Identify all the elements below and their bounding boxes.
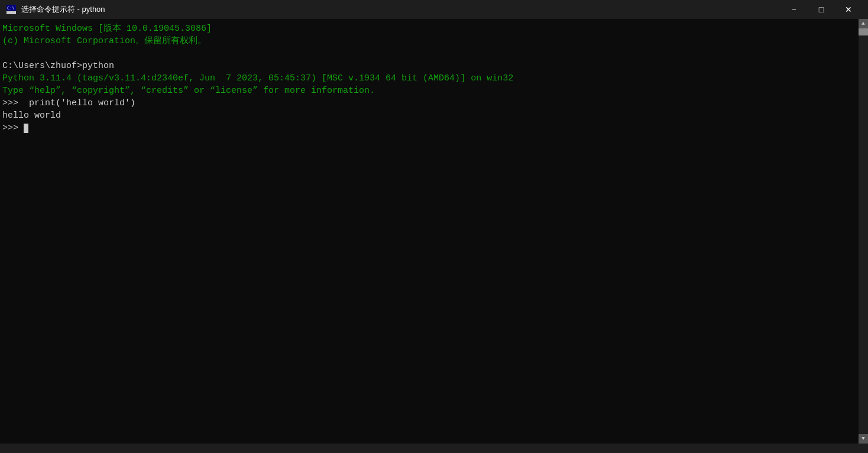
svg-rect-3 <box>7 11 16 14</box>
scrollbar-horizontal[interactable] <box>0 444 868 453</box>
svg-text:C:\: C:\ <box>7 6 15 11</box>
scrollbar-thumb[interactable] <box>859 28 868 35</box>
content-area: Microsoft Windows [版本 10.0.19045.3086] (… <box>0 19 868 444</box>
close-button[interactable]: ✕ <box>835 0 862 19</box>
terminal-output[interactable]: Microsoft Windows [版本 10.0.19045.3086] (… <box>0 19 859 444</box>
terminal-line: (c) Microsoft Corporation。保留所有权利。 <box>2 36 206 46</box>
cursor <box>24 124 28 133</box>
terminal-line: Python 3.11.4 (tags/v3.11.4:d2340ef, Jun… <box>2 73 513 83</box>
maximize-button[interactable]: □ <box>808 0 835 19</box>
terminal-line: C:\Users\zhuof>python <box>2 61 114 71</box>
window-title: 选择命令提示符 - python <box>21 4 780 15</box>
window-controls: － □ ✕ <box>780 0 862 19</box>
scroll-down-arrow[interactable]: ▼ <box>859 434 868 444</box>
terminal-line: >>> <box>2 123 28 133</box>
terminal-line: Microsoft Windows [版本 10.0.19045.3086] <box>2 24 212 34</box>
cmd-icon: C:\ <box>6 4 17 15</box>
scroll-up-arrow[interactable]: ▲ <box>859 19 868 28</box>
scrollbar-vertical[interactable]: ▲ ▼ <box>859 19 868 444</box>
scrollbar-track <box>859 35 868 434</box>
terminal-line: Type “help”, “copyright”, “credits” or “… <box>2 86 375 96</box>
title-bar: C:\ 选择命令提示符 - python － □ ✕ <box>0 0 868 19</box>
window: C:\ 选择命令提示符 - python － □ ✕ Microsoft Win… <box>0 0 868 453</box>
minimize-button[interactable]: － <box>780 0 808 19</box>
terminal-line: >>> print('hello world') <box>2 98 135 108</box>
terminal-line: hello world <box>2 111 61 121</box>
